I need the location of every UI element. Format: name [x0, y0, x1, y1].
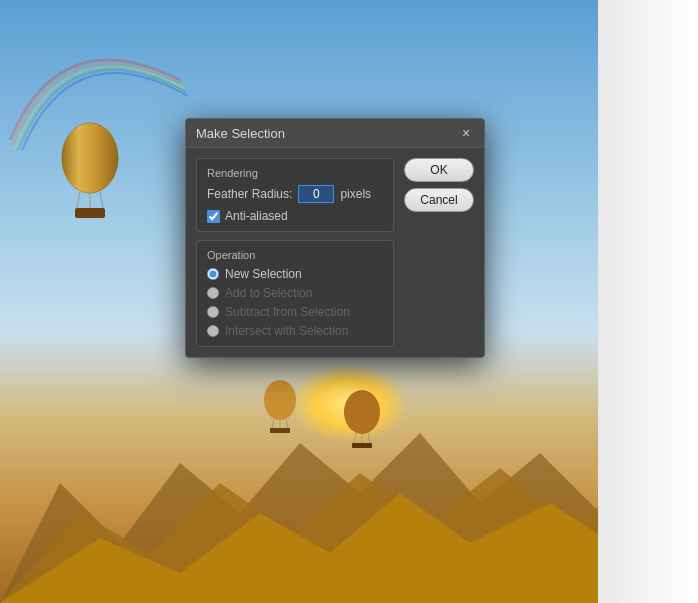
operation-section: Operation New Selection Add to Selection… — [196, 240, 394, 347]
dialog-titlebar: Make Selection × — [186, 119, 484, 148]
dialog-right-panel: OK Cancel — [404, 158, 474, 347]
radio-intersect-label: Intersect with Selection — [225, 324, 348, 338]
feather-row: Feather Radius: pixels — [207, 185, 383, 203]
radio-intersect-row: Intersect with Selection — [207, 324, 383, 338]
svg-rect-8 — [75, 208, 105, 218]
svg-rect-19 — [270, 428, 290, 433]
radio-intersect-selection[interactable] — [207, 325, 219, 337]
close-button[interactable]: × — [458, 125, 474, 141]
make-selection-dialog: Make Selection × Rendering Feather Radiu… — [185, 118, 485, 358]
dialog-left-panel: Rendering Feather Radius: pixels Anti-al… — [196, 158, 394, 347]
svg-rect-24 — [352, 443, 372, 448]
dialog-title: Make Selection — [196, 126, 285, 141]
antialias-checkbox[interactable] — [207, 210, 220, 223]
svg-line-18 — [286, 419, 288, 428]
balloon-mid2 — [340, 388, 385, 448]
radio-add-row: Add to Selection — [207, 286, 383, 300]
radio-new-selection-row: New Selection — [207, 267, 383, 281]
operation-label: Operation — [207, 249, 383, 261]
ok-button[interactable]: OK — [404, 158, 474, 182]
svg-point-20 — [344, 390, 380, 434]
svg-line-21 — [354, 433, 356, 443]
feather-label: Feather Radius: — [207, 187, 292, 201]
radio-subtract-row: Subtract from Selection — [207, 305, 383, 319]
radio-add-selection[interactable] — [207, 287, 219, 299]
svg-point-15 — [264, 380, 296, 420]
radio-new-selection[interactable] — [207, 268, 219, 280]
pixels-label: pixels — [340, 187, 371, 201]
rendering-section: Rendering Feather Radius: pixels Anti-al… — [196, 158, 394, 232]
radio-new-selection-label[interactable]: New Selection — [225, 267, 302, 281]
balloon-mid1 — [260, 378, 300, 433]
radio-subtract-label: Subtract from Selection — [225, 305, 350, 319]
antialias-row: Anti-aliased — [207, 209, 383, 223]
svg-line-23 — [368, 433, 370, 443]
book-spine-right — [598, 0, 698, 603]
svg-line-16 — [272, 419, 274, 428]
rendering-label: Rendering — [207, 167, 383, 179]
svg-line-7 — [100, 192, 103, 208]
radio-subtract-selection[interactable] — [207, 306, 219, 318]
dialog-body: Rendering Feather Radius: pixels Anti-al… — [186, 148, 484, 357]
rainbow — [0, 0, 200, 150]
feather-radius-input[interactable] — [298, 185, 334, 203]
svg-line-5 — [77, 192, 80, 208]
antialias-label[interactable]: Anti-aliased — [225, 209, 288, 223]
cancel-button[interactable]: Cancel — [404, 188, 474, 212]
radio-add-label: Add to Selection — [225, 286, 312, 300]
